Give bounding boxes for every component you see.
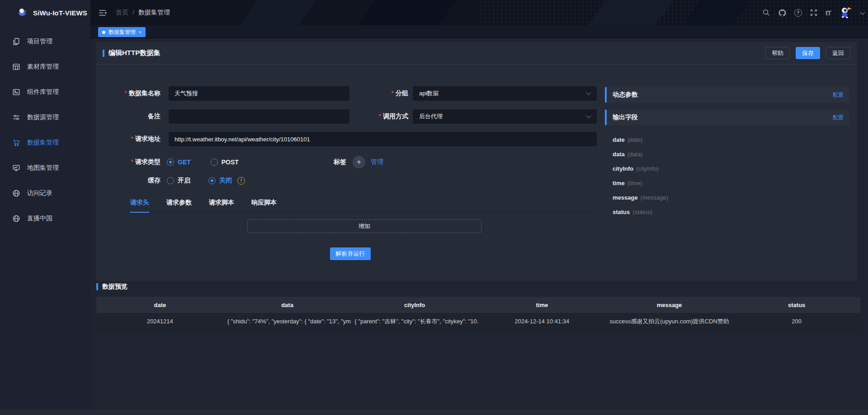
group-select-value: api数据 <box>419 89 439 98</box>
configure-output-fields-link[interactable]: 配置 <box>833 114 844 121</box>
radio-cache-off-label: 关闭 <box>219 177 232 185</box>
tab-request-headers[interactable]: 请求头 <box>130 199 149 212</box>
sidebar-item-datasets[interactable]: 数据集管理 <box>0 130 90 155</box>
add-tag-button[interactable]: + <box>353 156 365 168</box>
panel-accent-bar <box>605 87 607 103</box>
font-size-icon[interactable]: tT <box>826 9 831 17</box>
top-header: 首页 / 数据集管理 ? tT <box>90 0 868 25</box>
manage-tags-link[interactable]: 管理 <box>371 158 383 166</box>
invoke-mode-value: 后台代理 <box>419 112 443 121</box>
radio-post-label: POST <box>222 159 239 166</box>
dataset-form: *数据集名称 *分组 api数据 备注 *调用方式 后台代理 *请求地址 *请求… <box>96 65 603 260</box>
sidebar-item-access-log[interactable]: 访问记录 <box>0 181 90 206</box>
avatar[interactable] <box>839 5 853 20</box>
table-cell: 200 <box>733 318 860 325</box>
invoke-mode-select[interactable]: 后台代理 <box>413 109 597 124</box>
sidebar-item-label: 素材库管理 <box>27 63 59 71</box>
sidebar-item-label: 访问记录 <box>27 189 52 197</box>
cart-icon <box>12 139 20 147</box>
data-preview-title: 数据预览 <box>102 283 127 291</box>
sidebar-item-components[interactable]: 组件库管理 <box>0 79 90 105</box>
close-icon[interactable]: × <box>139 29 142 35</box>
group-select[interactable]: api数据 <box>413 86 597 101</box>
radio-post[interactable]: POST <box>211 159 239 166</box>
configure-dynamic-params-link[interactable]: 配置 <box>833 91 844 99</box>
fullscreen-icon[interactable] <box>810 9 818 17</box>
sidebar-item-projects[interactable]: 项目管理 <box>0 29 90 54</box>
caret-down-icon[interactable] <box>860 9 865 14</box>
header-decoration <box>236 0 321 25</box>
tags-group: 标签 + 管理 <box>334 156 383 168</box>
save-button[interactable]: 保存 <box>796 47 820 59</box>
search-icon[interactable] <box>762 9 770 17</box>
tab-request-params[interactable]: 请求参数 <box>166 199 192 212</box>
column-header: time <box>478 302 606 308</box>
sidebar-item-live-china[interactable]: 直播中国 <box>0 206 90 231</box>
field-name: data <box>613 151 625 158</box>
table-cell: 20241214 <box>96 318 224 325</box>
tab-request-script[interactable]: 请求脚本 <box>209 199 234 212</box>
required-mark: * <box>131 158 133 165</box>
table-cell: { "shidu": "74%", "yesterday": { "date":… <box>224 318 351 325</box>
sidebar-item-label: 直播中国 <box>27 214 52 223</box>
chevron-down-icon <box>586 113 591 118</box>
logo-cube-icon <box>16 7 28 19</box>
breadcrumb-home[interactable]: 首页 <box>116 9 128 17</box>
tab-chip-dataset-management[interactable]: 数据集管理 × <box>98 27 146 37</box>
github-icon[interactable] <box>778 9 787 17</box>
app-logo: SiWu-IoT-VIEWS <box>0 0 90 25</box>
sidebar-item-datasources[interactable]: 数据源管理 <box>0 105 90 130</box>
sidebar-item-label: 组件库管理 <box>27 88 59 96</box>
app-title: SiWu-IoT-VIEWS <box>33 9 87 17</box>
globe-icon <box>12 189 20 197</box>
back-button[interactable]: 返回 <box>826 47 850 59</box>
help-icon[interactable]: ? <box>794 9 802 17</box>
copy-icon <box>12 37 20 46</box>
warning-icon: ! <box>237 177 245 185</box>
open-tabs-bar: 数据集管理 × <box>90 25 868 38</box>
radio-cache-on[interactable]: 开启 <box>167 177 190 185</box>
radio-cache-off[interactable]: 关闭 <box>208 177 232 185</box>
dataset-name-input[interactable] <box>169 86 349 101</box>
card-header: 编辑HTTP数据集 帮助 保存 返回 <box>96 42 857 65</box>
remark-input[interactable] <box>169 109 349 124</box>
output-field-item: status (status) <box>613 205 849 219</box>
field-alias: (cityInfo) <box>636 165 659 172</box>
help-button[interactable]: 帮助 <box>765 47 790 59</box>
horizontal-scrollbar[interactable] <box>0 410 868 415</box>
required-mark: * <box>125 89 127 97</box>
sidebar-item-label: 项目管理 <box>27 37 52 46</box>
dynamic-params-title: 动态参数 <box>613 91 638 99</box>
radio-icon <box>167 159 174 166</box>
title-accent-bar <box>103 50 104 57</box>
dataset-name-label: *数据集名称 <box>96 89 160 98</box>
field-alias: (date) <box>627 136 643 143</box>
field-name: date <box>613 136 625 143</box>
data-preview-table: date data cityInfo time message status 2… <box>96 297 860 330</box>
cache-label: 缓存 <box>96 177 160 185</box>
sidebar: SiWu-IoT-VIEWS 项目管理 素材库管理 组件库管理 数据源管理 <box>0 0 90 415</box>
radio-icon <box>211 159 218 166</box>
tab-response-script[interactable]: 响应脚本 <box>251 199 277 212</box>
panel-accent-bar <box>605 110 607 125</box>
output-field-item: time (time) <box>613 176 849 190</box>
output-fields-list: date (date) data (data) cityInfo (cityIn… <box>605 132 849 219</box>
edit-http-dataset-card: 编辑HTTP数据集 帮助 保存 返回 *数据集名称 *分组 api数据 备注 *… <box>96 42 857 281</box>
column-header: date <box>96 302 224 308</box>
field-alias: (status) <box>632 209 652 215</box>
table-cell: success感谢又拍云(upyun.com)提供CDN赞助 <box>606 317 733 326</box>
output-field-item: date (date) <box>613 132 849 147</box>
tab-active-dot-icon <box>102 31 105 34</box>
parse-and-run-button[interactable]: 解析并运行 <box>330 247 371 260</box>
sidebar-item-assets[interactable]: 素材库管理 <box>0 54 90 79</box>
field-alias: (time) <box>627 180 642 187</box>
request-url-input[interactable] <box>169 132 597 146</box>
sidebar-item-maps[interactable]: 地图集管理 <box>0 155 90 181</box>
page-title-block: 编辑HTTP数据集 <box>103 49 160 57</box>
tab-chip-label: 数据集管理 <box>108 28 136 36</box>
chevron-down-icon <box>586 90 591 95</box>
menu-fold-icon[interactable] <box>98 9 107 17</box>
output-fields-header: 输出字段 配置 <box>605 110 849 125</box>
add-row-button[interactable]: 增加 <box>247 219 481 233</box>
radio-get[interactable]: GET <box>167 159 191 166</box>
